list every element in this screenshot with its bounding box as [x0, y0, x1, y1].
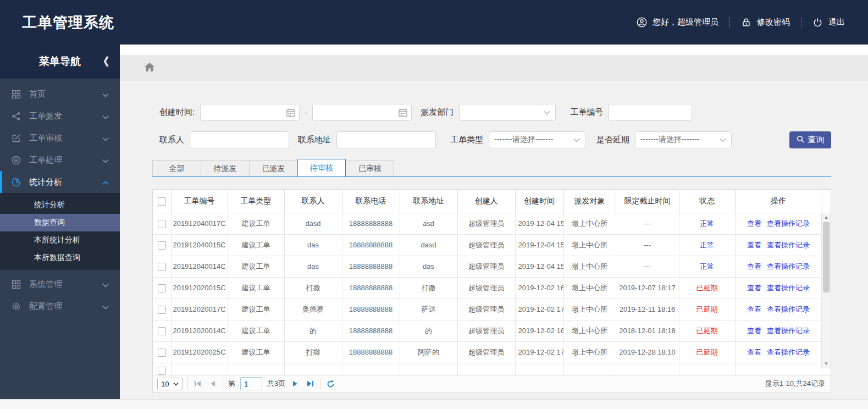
- sidebar-item-dispatch[interactable]: 工单派发: [0, 105, 120, 127]
- view-log-link[interactable]: 查看操作记录: [767, 241, 810, 249]
- cell-created: 2019-12-02 17: [515, 341, 563, 363]
- view-link[interactable]: 查看: [747, 348, 761, 356]
- status-badge: 正常: [700, 241, 714, 249]
- cell-type: 建议工单: [228, 213, 284, 234]
- home-icon[interactable]: [144, 62, 155, 74]
- sidebar-item-review[interactable]: 工单审核: [0, 127, 120, 149]
- row-checkbox[interactable]: [158, 306, 166, 314]
- search-button[interactable]: 查询: [789, 131, 831, 148]
- page-size-select[interactable]: 10: [157, 378, 183, 390]
- calendar-icon[interactable]: [399, 108, 407, 119]
- view-link[interactable]: 查看: [747, 241, 761, 249]
- change-password-button[interactable]: 修改密码: [741, 17, 790, 27]
- create-time-end-input[interactable]: [313, 104, 411, 120]
- submenu-item-statistics[interactable]: 统计分析: [0, 196, 120, 214]
- cell-contact: 打撒: [284, 277, 342, 299]
- row-checkbox[interactable]: [158, 263, 166, 271]
- sidebar-item-home[interactable]: 首页: [0, 83, 120, 105]
- contact-label: 联系人: [159, 135, 184, 145]
- cell-created: 2019-12-02 16: [515, 320, 563, 341]
- calendar-icon[interactable]: [286, 108, 295, 119]
- contact-input[interactable]: [190, 132, 289, 148]
- submenu-item-local-statistics[interactable]: 本所统计分析: [0, 231, 120, 249]
- prev-page-button[interactable]: [208, 379, 218, 389]
- page-number-input[interactable]: [240, 377, 262, 390]
- gear-icon: [11, 301, 21, 312]
- pager-divider: [187, 378, 188, 390]
- cell-address: 萨达: [400, 299, 457, 320]
- tab-to-review[interactable]: 待审核: [297, 159, 346, 177]
- cell-creator: 超级管理员: [457, 256, 515, 277]
- delay-select[interactable]: -------请选择-------: [635, 131, 732, 148]
- table-row: 201912020017C 建议工单 奥德赛 18888888888 萨达 超级…: [153, 299, 822, 320]
- tab-to-dispatch[interactable]: 待派发: [201, 160, 249, 177]
- view-link[interactable]: 查看: [747, 284, 761, 292]
- tab-all[interactable]: 全部: [152, 160, 201, 177]
- dispatch-dept-select[interactable]: [459, 104, 556, 121]
- order-no-input[interactable]: [609, 104, 692, 120]
- order-type-select[interactable]: -------请选择-------: [489, 131, 585, 148]
- cell-order-no: 201912040014C: [171, 256, 228, 277]
- view-log-link[interactable]: 查看操作记录: [767, 348, 810, 356]
- view-link[interactable]: 查看: [747, 327, 761, 335]
- tab-dispatched[interactable]: 已派发: [249, 160, 297, 177]
- create-time-start-input[interactable]: [201, 104, 299, 120]
- cell-type: 建议工单: [228, 256, 284, 277]
- cell-contact: 打撒: [284, 341, 342, 363]
- work-order-table-panel: 工单编号 工单类型 联系人 联系电话 联系地址 创建人 创建时间 派发对象 限定…: [152, 189, 831, 393]
- row-checkbox[interactable]: [158, 327, 166, 335]
- row-checkbox[interactable]: [158, 349, 166, 357]
- scroll-down-icon[interactable]: ▼: [822, 360, 831, 368]
- view-log-link[interactable]: 查看操作记录: [767, 327, 810, 335]
- status-badge: 已延期: [696, 327, 718, 335]
- view-log-link[interactable]: 查看操作记录: [767, 219, 810, 228]
- sidebar-collapse-icon[interactable]: 《: [98, 54, 108, 69]
- table-scrollbar[interactable]: ▲ ▼: [821, 213, 831, 368]
- sidebar-header: 菜单导航 《: [0, 45, 120, 79]
- sidebar-item-process[interactable]: 工单处理: [0, 149, 120, 171]
- row-checkbox[interactable]: [158, 241, 166, 250]
- table-row-clipped: [153, 363, 822, 375]
- work-order-table: 工单编号 工单类型 联系人 联系电话 联系地址 创建人 创建时间 派发对象 限定…: [153, 190, 822, 375]
- table-row: 201912040015C 建议工单 das 18888888888 dasd …: [153, 234, 822, 256]
- row-checkbox[interactable]: [158, 367, 166, 375]
- submenu-item-data-query[interactable]: 数据查询: [0, 214, 120, 231]
- submenu-item-local-data-query[interactable]: 本所数据查询: [0, 249, 120, 267]
- tab-reviewed[interactable]: 已审核: [346, 160, 394, 177]
- status-tabs: 全部 待派发 已派发 待审核 已审核: [152, 159, 831, 177]
- first-page-button[interactable]: [193, 379, 203, 389]
- view-link[interactable]: 查看: [747, 219, 761, 228]
- cell-type: 建议工单: [228, 299, 284, 320]
- col-created: 创建时间: [515, 190, 563, 213]
- address-input[interactable]: [337, 132, 435, 148]
- cell-created: 2019-12-02 16: [515, 277, 563, 299]
- sidebar-item-label: 统计分析: [29, 177, 62, 187]
- cell-dispatch: 墩上中心所: [563, 256, 616, 277]
- row-checkbox[interactable]: [158, 220, 166, 228]
- logout-button[interactable]: 退出: [812, 17, 845, 27]
- sidebar-item-system[interactable]: 系统管理: [0, 273, 120, 295]
- table-row: 201912040017C 建议工单 dasd 18888888888 asd …: [153, 213, 822, 234]
- next-page-button[interactable]: [290, 379, 300, 389]
- filter-form: 创建时间: -: [152, 104, 868, 148]
- scrollbar-thumb[interactable]: [823, 222, 830, 292]
- sidebar-item-config[interactable]: 配置管理: [0, 295, 120, 317]
- content: 创建时间: -: [120, 81, 868, 399]
- sidebar-item-statistics[interactable]: 统计分析: [0, 171, 120, 193]
- view-log-link[interactable]: 查看操作记录: [767, 284, 810, 292]
- refresh-icon[interactable]: [325, 379, 335, 389]
- view-link[interactable]: 查看: [747, 305, 761, 313]
- table-row: 201912020015C 建议工单 打撒 18888888888 打撒 超级管…: [153, 277, 822, 299]
- view-log-link[interactable]: 查看操作记录: [767, 305, 810, 313]
- greeting-text: 您好，超级管理员: [653, 17, 718, 27]
- select-all-checkbox[interactable]: [158, 197, 166, 206]
- row-checkbox[interactable]: [158, 284, 166, 292]
- col-deadline: 限定截止时间: [616, 190, 679, 213]
- last-page-button[interactable]: [305, 379, 315, 389]
- view-link[interactable]: 查看: [747, 262, 761, 270]
- user-greeting[interactable]: 您好，超级管理员: [637, 17, 718, 27]
- view-log-link[interactable]: 查看操作记录: [767, 262, 810, 270]
- cell-created: 2019-12-04 15: [515, 213, 563, 234]
- scroll-up-icon[interactable]: ▲: [822, 213, 831, 222]
- cell-created: 2019-12-04 15: [515, 234, 563, 256]
